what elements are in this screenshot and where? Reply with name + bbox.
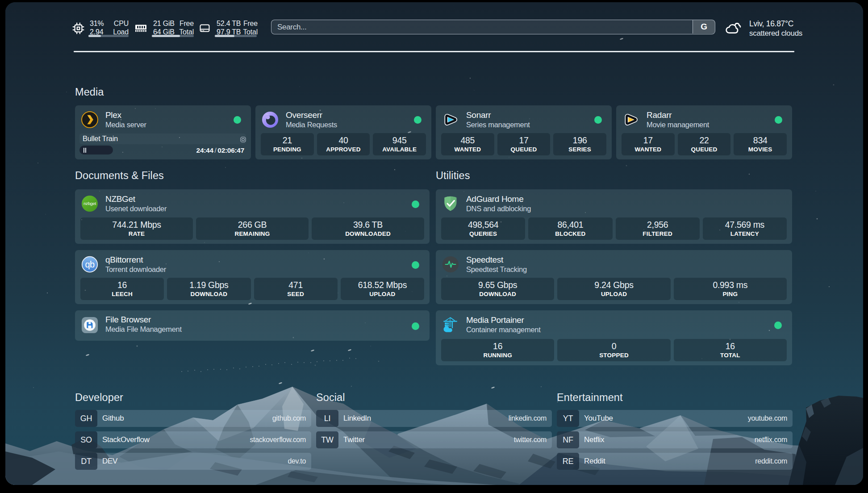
svg-text:qb: qb	[85, 259, 95, 269]
svg-text:nzbget: nzbget	[83, 201, 96, 206]
